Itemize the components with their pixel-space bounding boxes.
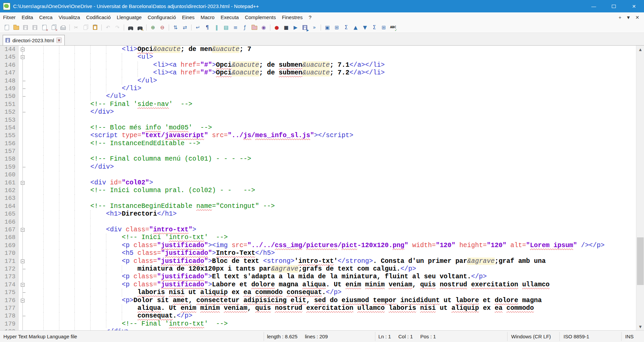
minimize-button-icon[interactable]: —	[584, 0, 604, 12]
code-text[interactable]: <!-- InstanceEndEditable -->	[28, 140, 636, 148]
grid-view-icon[interactable]: ⊞	[379, 23, 388, 32]
fold-collapse-icon[interactable]	[21, 55, 24, 59]
indent-guide-icon[interactable]: ‖	[212, 23, 221, 32]
sync-scroll-v-icon[interactable]: ⇅	[171, 23, 180, 32]
code-text[interactable]: <p>Dolor sit amet, consectetur adipisici…	[28, 297, 636, 304]
print-icon[interactable]	[59, 23, 67, 32]
code-text[interactable]: consequat.</p>	[28, 312, 636, 320]
menu-finestres[interactable]: Finestres	[279, 13, 306, 21]
code-text[interactable]	[28, 116, 636, 124]
word-wrap-icon[interactable]: ↵	[194, 23, 202, 32]
code-text[interactable]: <div id="col02">	[28, 179, 636, 187]
close-all-icon[interactable]: ✕	[49, 23, 58, 32]
fold-margin[interactable]	[19, 179, 28, 187]
fold-margin[interactable]	[19, 297, 28, 304]
new-tab-icon[interactable]: +	[619, 15, 621, 20]
macro-run-multiple-icon[interactable]: »	[310, 23, 319, 32]
code-text[interactable]: miniatura de 120x120px i tants par&agrav…	[28, 265, 636, 273]
code-text[interactable]	[28, 171, 636, 179]
doc-list-icon[interactable]: ≡	[231, 23, 240, 32]
code-text[interactable]: <!-- Inici 'intro-txt' -->	[28, 234, 636, 241]
status-encoding[interactable]: ISO 8859-1	[564, 331, 589, 342]
sum-first-icon[interactable]: Σ	[342, 23, 351, 32]
code-editor[interactable]: 144<li>Opci&oacute; de men&uacute; 7145<…	[0, 46, 636, 330]
save-all-icon[interactable]	[31, 23, 39, 32]
status-eol-format[interactable]: Windows (CR LF)	[511, 331, 551, 342]
code-text[interactable]: <p class="justificado"><img src="../../c…	[28, 242, 636, 249]
fold-margin[interactable]	[19, 226, 28, 234]
macro-record-icon[interactable]: ●	[272, 23, 281, 32]
fold-collapse-icon[interactable]	[21, 260, 24, 263]
scrollbar-thumb[interactable]	[637, 237, 644, 285]
code-text[interactable]: <div class="intro-txt">	[28, 226, 636, 234]
menu-llenguatge[interactable]: Llenguatge	[114, 13, 145, 21]
fold-margin[interactable]	[19, 281, 28, 289]
macro-stop-icon[interactable]: ■	[282, 23, 290, 32]
menu-configuraci[interactable]: Configuració	[145, 13, 179, 21]
tab-close-icon[interactable]: ✕	[56, 38, 62, 43]
fold-margin[interactable]	[19, 53, 28, 61]
sort-descending-icon[interactable]: ▼	[361, 23, 369, 32]
menu-visualitza[interactable]: Visualitza	[56, 13, 83, 21]
code-text[interactable]: <li><a href="#">Opci&oacute; de submen&u…	[28, 69, 636, 77]
scroll-down-arrow-icon[interactable]: ▼	[636, 323, 644, 330]
menu-executa[interactable]: Executa	[218, 13, 242, 21]
fold-collapse-icon[interactable]	[21, 48, 24, 51]
code-text[interactable]	[28, 194, 636, 202]
doc-map-icon[interactable]: ▤	[222, 23, 230, 32]
menu-eines[interactable]: Eines	[179, 13, 198, 21]
show-all-chars-icon[interactable]: ¶	[203, 23, 212, 32]
folder-workspace-icon[interactable]	[250, 23, 259, 32]
find-icon[interactable]	[126, 23, 135, 32]
tab-directori-2023[interactable]: directori-2023.html ✕	[3, 35, 65, 45]
fold-collapse-icon[interactable]	[21, 283, 24, 287]
doc-compare-icon[interactable]: ▣	[323, 23, 332, 32]
macro-play-icon[interactable]: ▶	[291, 23, 300, 32]
code-text[interactable]: </div>	[28, 163, 636, 171]
menu-edita[interactable]: Edita	[19, 13, 36, 21]
code-text[interactable]: <!-- Final columna menú (col01) - - - --…	[28, 155, 636, 163]
code-text[interactable]: <h5 class="justificado">Intro-Text</h5>	[28, 249, 636, 257]
code-text[interactable]: <p class="justificado">El text s'adapta …	[28, 273, 636, 281]
code-text[interactable]: </div>	[28, 108, 636, 116]
sync-scroll-h-icon[interactable]: ⇄	[180, 23, 189, 32]
code-text[interactable]: <!-- InstanceBeginEditable name="Conting…	[28, 203, 636, 210]
redo-icon[interactable]: ↷	[113, 23, 122, 32]
code-text[interactable]: <script type="text/javascript" src="../j…	[28, 132, 636, 139]
code-text[interactable]: <ul>	[28, 53, 636, 61]
spell-check-icon[interactable]: ABC✓	[389, 23, 397, 32]
close-button-icon[interactable]: ✕	[624, 0, 644, 12]
code-text[interactable]: <li>Opci&oacute; de men&uacute; 7	[28, 46, 636, 53]
function-list-icon[interactable]: ƒ	[240, 23, 249, 32]
code-text[interactable]: <!-- Bloc més info 'mod05' -->	[28, 124, 636, 132]
fold-margin[interactable]	[19, 46, 28, 53]
tab-list-icon[interactable]: ▼	[626, 15, 631, 20]
menu-cerca[interactable]: Cerca	[36, 13, 56, 21]
open-file-icon[interactable]	[12, 23, 20, 32]
undo-icon[interactable]: ↶	[104, 23, 112, 32]
copy-icon[interactable]	[81, 23, 90, 32]
code-text[interactable]: <!-- Inici columna pral. (col02) - - -->	[28, 187, 636, 194]
status-insert-mode[interactable]: INS	[625, 331, 634, 342]
code-text[interactable]: <!-- Final 'intro-txt' -->	[28, 320, 636, 328]
menu-complements[interactable]: Complements	[242, 13, 279, 21]
fold-collapse-icon[interactable]	[21, 299, 24, 302]
find-replace-icon[interactable]: ✎	[136, 23, 144, 32]
paste-icon[interactable]	[91, 23, 99, 32]
cut-icon[interactable]: ✂	[72, 23, 80, 32]
code-text[interactable]: <li><a href="#">Opci&oacute; de submen&u…	[28, 61, 636, 69]
code-text[interactable]: <p class="justificado">Bloc de text <str…	[28, 258, 636, 265]
code-text[interactable]: </ul>	[28, 77, 636, 85]
fold-collapse-icon[interactable]	[21, 228, 24, 232]
code-text[interactable]: <p class="justificado">Labore et dolore …	[28, 281, 636, 289]
code-text[interactable]	[28, 218, 636, 226]
new-file-icon[interactable]	[2, 23, 11, 32]
code-text[interactable]: <h1>Directori</h1>	[28, 210, 636, 218]
sum-second-icon[interactable]: Σ	[370, 23, 379, 32]
menu-?[interactable]: ?	[306, 13, 314, 21]
restore-button-icon[interactable]	[604, 0, 624, 12]
save-file-icon[interactable]	[21, 23, 30, 32]
code-text[interactable]: aliqua. Ut enim minim veniam, quis nostr…	[28, 304, 636, 312]
fold-collapse-icon[interactable]	[21, 181, 24, 185]
fold-margin[interactable]	[19, 258, 28, 265]
